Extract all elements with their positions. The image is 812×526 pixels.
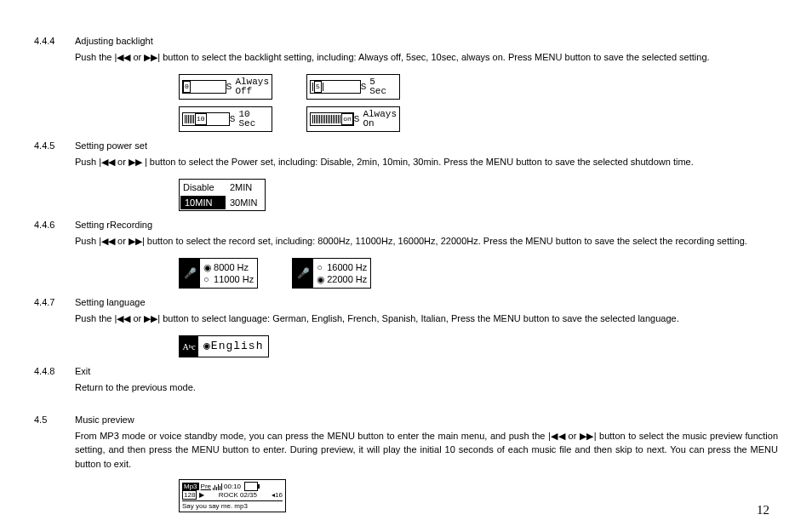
recording-figure: 🎤 ◉ 8000 Hz ○ 11000 Hz 🎤 ○ 16000 Hz ◉ 22… (179, 258, 778, 289)
backlight-figure-row-2: 10 S 10 Sec on S AlwaysOn (179, 106, 778, 132)
language-box: Abc ◉English (179, 335, 269, 357)
backlight-figure-row-1: 0 S AlwaysOff 5 S 5 Sec (179, 74, 778, 100)
section-title: Setting power set (75, 139, 778, 153)
section-paragraph: From MP3 mode or voice standby mode, you… (75, 429, 778, 472)
recording-box-1: 🎤 ◉ 8000 Hz ○ 11000 Hz (179, 258, 258, 289)
section-paragraph: Push |◀◀ or ▶▶| button to select the rec… (75, 234, 778, 249)
section-number: 4.4.5 (34, 139, 75, 174)
section-number: 4.4.4 (34, 34, 75, 69)
lcd-5sec: 5 S 5 Sec (306, 74, 400, 100)
equalizer-icon (213, 483, 222, 490)
section-paragraph: Return to the previous mode. (75, 380, 778, 395)
recording-box-2: 🎤 ○ 16000 Hz ◉ 22000 Hz (292, 258, 371, 289)
section-title: Adjusting backlight (75, 34, 778, 49)
battery-icon (244, 482, 258, 491)
lcd-always-off: 0 S AlwaysOff (179, 74, 272, 100)
section-4-4-6: 4.4.6 Setting rRecording Push |◀◀ or ▶▶|… (34, 218, 778, 253)
section-title: Music preview (75, 413, 778, 427)
power-grid: Disable 2MIN 10MIN 30MIN (179, 179, 266, 211)
page-number: 12 (34, 500, 778, 520)
lcd-10sec: 10 S 10 Sec (179, 106, 272, 132)
language-ab-icon: Abc (180, 336, 198, 357)
section-paragraph: Push the |◀◀ or ▶▶| button to select the… (75, 50, 778, 65)
section-4-4-5: 4.4.5 Setting power set Push |◀◀ or ▶▶ |… (34, 139, 778, 174)
mic-icon: 🎤 (180, 259, 200, 288)
section-number: 4.5 (34, 413, 75, 476)
section-title: Setting language (75, 295, 778, 310)
section-4-4-7: 4.4.7 Setting language Push the |◀◀ or ▶… (34, 295, 778, 330)
power-figure: Disable 2MIN 10MIN 30MIN (179, 179, 778, 211)
section-number: 4.4.8 (34, 364, 75, 399)
section-4-4-4: 4.4.4 Adjusting backlight Push the |◀◀ o… (34, 34, 778, 69)
section-title: Setting rRecording (75, 218, 778, 232)
section-title: Exit (75, 364, 778, 379)
section-4-4-8: 4.4.8 Exit Return to the previous mode. (34, 364, 778, 399)
mic-icon: 🎤 (293, 259, 313, 288)
section-4-5: 4.5 Music preview From MP3 mode or voice… (34, 413, 778, 476)
section-paragraph: Push the |◀◀ or ▶▶| button to select lan… (75, 312, 778, 326)
lcd-always-on: on S AlwaysOn (306, 106, 400, 132)
language-figure: Abc ◉English (179, 335, 778, 357)
section-number: 4.4.7 (34, 295, 75, 330)
section-paragraph: Push |◀◀ or ▶▶ | button to select the Po… (75, 155, 778, 169)
section-number: 4.4.6 (34, 218, 75, 253)
